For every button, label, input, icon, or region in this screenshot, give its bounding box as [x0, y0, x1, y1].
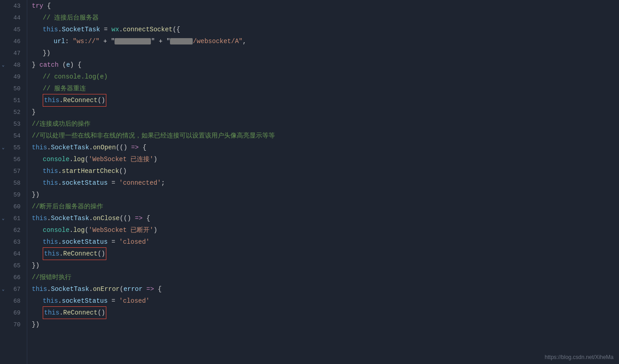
line-62: 62: [0, 224, 23, 236]
code-line-58: this.socketStatus = 'connected';: [32, 177, 619, 189]
line-52: 52: [0, 106, 23, 118]
code-line-69: this.ReConnect(): [32, 307, 619, 319]
line-55[interactable]: ⌄ 55: [0, 142, 23, 153]
line-51: 51: [0, 94, 23, 106]
code-line-56: console.log('WebSocket 已连接'): [32, 153, 619, 165]
line-56: 56: [0, 153, 23, 165]
reconnect-box-51: this.ReConnect(): [43, 94, 106, 107]
reconnect-box-69: this.ReConnect(): [43, 306, 106, 319]
line-57: 57: [0, 165, 23, 177]
code-line-51: this.ReConnect(): [32, 94, 619, 106]
code-line-52: }: [32, 106, 619, 118]
code-line-49: // console.log(e): [32, 71, 619, 83]
line-63: 63: [0, 236, 23, 248]
reconnect-box-64: this.ReConnect(): [43, 247, 106, 260]
code-content: try { // 连接后台服务器 this.SocketTask = wx.co…: [27, 0, 619, 364]
code-line-64: this.ReConnect(): [32, 248, 619, 260]
line-59: 59: [0, 189, 23, 201]
code-line-59: }): [32, 189, 619, 201]
line-number-gutter: 43 44 45 46 47 ⌄ 48 49: [0, 0, 27, 364]
code-line-65: }): [32, 260, 619, 271]
line-60: 60: [0, 201, 23, 212]
code-line-61: this.SocketTask.onClose(() => {: [32, 212, 619, 224]
line-45: 45: [0, 24, 23, 35]
line-58: 58: [0, 177, 23, 189]
code-editor: 43 44 45 46 47 ⌄ 48 49: [0, 0, 619, 364]
code-line-68: this.socketStatus = 'closed': [32, 295, 619, 307]
code-line-48: } catch (e) {: [32, 59, 619, 71]
line-50: 50: [0, 83, 23, 94]
watermark: https://blog.csdn.net/XiheMa: [545, 354, 614, 360]
line-44: 44: [0, 12, 23, 24]
line-65: 65: [0, 260, 23, 271]
code-line-47: }): [32, 47, 619, 59]
fold-arrow-55[interactable]: ⌄: [0, 145, 6, 150]
line-47: 47: [0, 47, 23, 59]
fold-arrow-48[interactable]: ⌄: [0, 62, 6, 68]
line-46: 46: [0, 35, 23, 47]
code-line-62: console.log('WebSocket 已断开'): [32, 224, 619, 236]
code-line-63: this.socketStatus = 'closed': [32, 236, 619, 248]
line-48[interactable]: ⌄ 48: [0, 59, 23, 71]
line-68: 68: [0, 295, 23, 307]
code-line-66: //报错时执行: [32, 271, 619, 283]
line-54: 54: [0, 130, 23, 142]
line-67[interactable]: ⌄ 67: [0, 283, 23, 295]
code-line-46: url: "ws://" + " " + " /websocket/A",: [32, 35, 619, 47]
line-61[interactable]: ⌄ 61: [0, 212, 23, 224]
fold-arrow-61[interactable]: ⌄: [0, 216, 6, 221]
code-line-67: this.SocketTask.onError(error => {: [32, 283, 619, 295]
code-line-45: this.SocketTask = wx.connectSocket({: [32, 24, 619, 35]
code-line-53: //连接成功后的操作: [32, 118, 619, 130]
code-line-60: //断开后台服务器的操作: [32, 201, 619, 212]
line-64: 64: [0, 248, 23, 260]
code-line-55: this.SocketTask.onOpen(() => {: [32, 142, 619, 153]
line-69: 69: [0, 307, 23, 319]
code-line-70: }): [32, 319, 619, 330]
fold-arrow-67[interactable]: ⌄: [0, 286, 6, 292]
code-line-43: try {: [32, 0, 619, 12]
line-49: 49: [0, 71, 23, 83]
line-53: 53: [0, 118, 23, 130]
code-line-44: // 连接后台服务器: [32, 12, 619, 24]
code-line-57: this.startHeartCheck(): [32, 165, 619, 177]
line-70: 70: [0, 319, 23, 330]
code-line-50: // 服务器重连: [32, 83, 619, 94]
line-66: 66: [0, 271, 23, 283]
code-line-54: //可以处理一些在线和非在线的情况，如果已经连接可以设置该用户头像高亮显示等等: [32, 130, 619, 142]
line-43: 43: [0, 0, 23, 12]
